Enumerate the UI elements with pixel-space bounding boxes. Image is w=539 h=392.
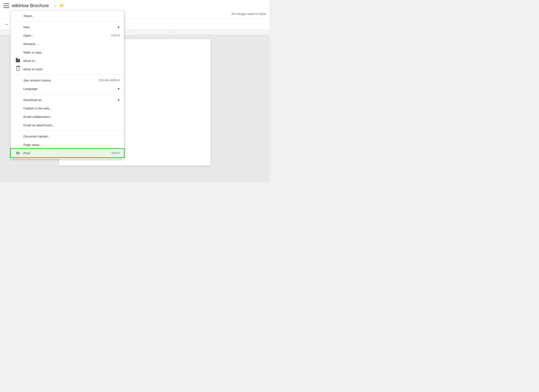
share-label: Share... [23,14,120,18]
menu-item-revision[interactable]: See revision history Ctrl+Alt+Shift+H [11,76,124,84]
new-arrow: ▶ [118,25,120,29]
language-label: Language [23,87,116,91]
rename-icon [15,42,21,46]
folder-icon[interactable]: 📁 [59,3,64,8]
menu-item-new[interactable]: New ▶ [11,23,124,31]
menu-item-page-setup[interactable]: Page setup... [11,140,124,149]
auto-save-status: All changes saved in Drive [231,12,266,16]
menu-item-publish[interactable]: Publish to the web... [11,104,124,112]
menu-item-language[interactable]: Language ▶ [11,84,124,93]
menu-item-trash[interactable]: Move to trash [11,65,124,73]
ruler-label-3: 3 [133,31,134,33]
ruler-label-4: 4 [171,31,172,33]
revision-label: See revision history [23,79,99,82]
trash-label: Move to trash [23,67,120,71]
revision-shortcut: Ctrl+Alt+Shift+H [99,79,120,82]
menu-item-download[interactable]: Download as ▶ [11,96,124,104]
language-icon [15,86,21,91]
svg-rect-1 [17,151,19,153]
print-shortcut: Ctrl+P [112,151,120,155]
menu-item-open[interactable]: Open... Ctrl+O [11,31,124,40]
open-shortcut: Ctrl+O [111,34,120,37]
menu-section-history: See revision history Ctrl+Alt+Shift+H La… [11,75,124,94]
new-icon [15,25,21,29]
menu-item-move-to[interactable]: Move to... [11,56,124,65]
page-setup-label: Page setup... [23,143,120,147]
menu-section-download: Download as ▶ Publish to the web... Emai… [11,94,124,131]
language-arrow: ▶ [118,87,120,90]
move-to-folder-icon [15,58,21,63]
page-setup-icon [15,143,21,147]
menu-section-settings: Document details... Page setup... Print … [11,131,124,158]
title-row: wikiHow Brochure ☆ 📁 [0,0,270,10]
toolbar-more-btn[interactable]: ⋯ [3,21,10,27]
svg-rect-2 [17,153,19,154]
open-icon [15,33,21,38]
email-collab-icon [15,115,21,119]
print-label: Print [23,151,112,155]
doc-details-label: Document details... [23,134,120,138]
menu-item-email-collab[interactable]: Email collaborators... [11,112,124,121]
download-label: Download as [23,98,116,102]
publish-label: Publish to the web... [23,106,120,110]
email-collab-label: Email collaborators... [23,115,120,119]
menu-item-doc-details[interactable]: Document details... [11,132,124,140]
publish-icon [15,106,21,110]
file-dropdown-menu: Share... New ▶ Open... Ctrl+O Rename... … [10,10,124,159]
move-to-label: Move to... [23,59,120,62]
copy-icon [15,50,21,54]
menu-section-share: Share... [11,10,124,21]
open-label: Open... [23,34,111,37]
document-title[interactable]: wikiHow Brochure [12,3,49,8]
doc-details-icon [15,134,21,138]
email-attach-icon [15,123,21,127]
menu-item-print[interactable]: Print Ctrl+P [11,149,124,157]
download-arrow: ▶ [118,98,120,101]
hamburger-menu-icon[interactable] [3,3,9,8]
trash-icon [15,67,21,71]
download-icon [15,98,21,102]
menu-item-rename[interactable]: Rename... [11,40,124,48]
star-icon[interactable]: ☆ [53,3,57,8]
share-icon [15,14,21,18]
menu-item-email-attach[interactable]: Email as attachment... [11,121,124,129]
new-label: New [23,25,116,29]
menu-section-file-ops: New ▶ Open... Ctrl+O Rename... Make a co… [11,21,124,75]
revision-icon [15,78,21,82]
email-attach-label: Email as attachment... [23,123,120,127]
menu-item-share[interactable]: Share... [11,12,124,20]
menu-item-copy[interactable]: Make a copy... [11,48,124,56]
rename-label: Rename... [23,42,120,46]
copy-label: Make a copy... [23,51,120,54]
print-icon [15,151,21,155]
